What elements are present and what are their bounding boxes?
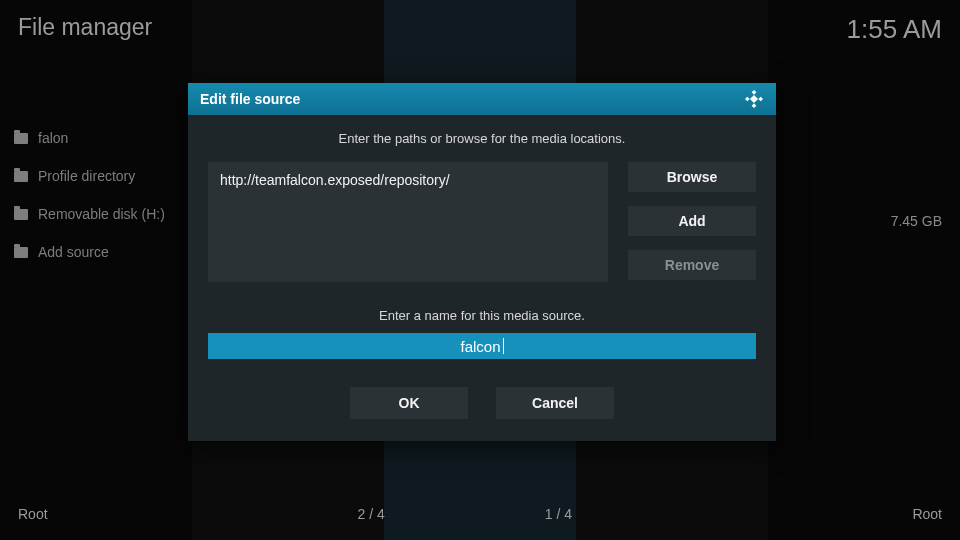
folder-icon <box>14 247 28 258</box>
source-name-value: falcon <box>460 338 500 355</box>
paths-row: http://teamfalcon.exposed/repository/ Br… <box>208 162 756 282</box>
folder-icon <box>14 209 28 220</box>
side-buttons: Browse Add Remove <box>628 162 756 282</box>
svg-rect-4 <box>750 95 758 103</box>
path-input[interactable]: http://teamfalcon.exposed/repository/ <box>208 162 608 282</box>
header: File manager 1:55 AM <box>18 14 942 45</box>
folder-icon <box>14 171 28 182</box>
list-item[interactable]: Add source <box>14 244 165 260</box>
svg-rect-3 <box>752 103 757 108</box>
browse-button[interactable]: Browse <box>628 162 756 192</box>
edit-file-source-dialog: Edit file source Enter the paths or brow… <box>188 83 776 441</box>
svg-rect-2 <box>758 97 763 102</box>
cancel-button[interactable]: Cancel <box>496 387 614 419</box>
page-title: File manager <box>18 14 152 45</box>
ok-button[interactable]: OK <box>350 387 468 419</box>
folder-icon <box>14 133 28 144</box>
text-cursor <box>503 338 504 354</box>
list-item[interactable]: falon <box>14 130 165 146</box>
source-name-input[interactable]: falcon <box>208 333 756 359</box>
path-value: http://teamfalcon.exposed/repository/ <box>220 172 450 188</box>
list-item[interactable]: Removable disk (H:) <box>14 206 165 222</box>
dialog-bottom-buttons: OK Cancel <box>208 387 756 419</box>
dialog-body: Enter the paths or browse for the media … <box>188 115 776 441</box>
dialog-title: Edit file source <box>200 91 300 107</box>
footer-root-left: Root <box>18 506 48 522</box>
list-item-label: falon <box>38 130 68 146</box>
path-instruction: Enter the paths or browse for the media … <box>208 131 756 146</box>
svg-rect-1 <box>745 97 750 102</box>
footer-count-left: 2 / 4 <box>358 506 385 522</box>
disk-size-label: 7.45 GB <box>891 213 942 229</box>
list-item-label: Profile directory <box>38 168 135 184</box>
footer-count-right: 1 / 4 <box>545 506 572 522</box>
clock: 1:55 AM <box>847 14 942 45</box>
add-button[interactable]: Add <box>628 206 756 236</box>
footer: Root 2 / 4 1 / 4 Root <box>18 506 942 522</box>
list-item[interactable]: Profile directory <box>14 168 165 184</box>
dialog-titlebar: Edit file source <box>188 83 776 115</box>
list-item-label: Add source <box>38 244 109 260</box>
svg-rect-0 <box>752 90 757 95</box>
left-source-list: falon Profile directory Removable disk (… <box>14 130 165 282</box>
footer-root-right: Root <box>912 506 942 522</box>
list-item-label: Removable disk (H:) <box>38 206 165 222</box>
name-instruction: Enter a name for this media source. <box>208 308 756 323</box>
kodi-logo-icon <box>744 89 764 109</box>
remove-button: Remove <box>628 250 756 280</box>
